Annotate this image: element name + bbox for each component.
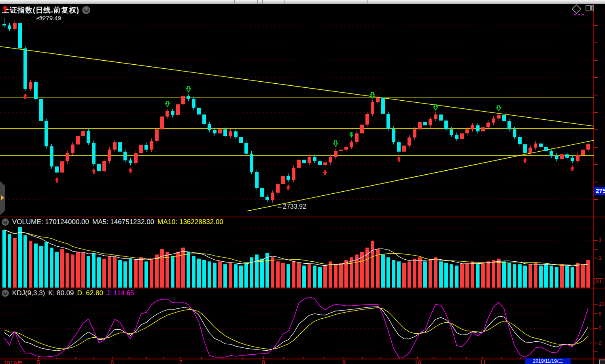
app-window: 567891011 上证指数(日线.前复权) ~3279.49 ←2733.92…	[0, 0, 605, 364]
volume-bar	[87, 256, 90, 288]
volume-bar	[565, 266, 569, 288]
candle-down	[197, 108, 201, 114]
volume-pane-header: VOLUME: 170124000.00 MA5: 146751232.00 M…	[2, 218, 223, 226]
candle-up	[581, 150, 585, 155]
magenta-dots-icon[interactable]	[574, 14, 584, 15]
volume-bar	[329, 261, 332, 288]
candle-up	[181, 96, 185, 104]
volume-bar	[281, 263, 285, 288]
volume-ma10: MA10: 136228832.00	[157, 218, 223, 226]
corner-widget[interactable]	[599, 360, 605, 364]
month-label: 7	[179, 359, 183, 364]
volume-bar	[413, 259, 416, 288]
volume-bar	[176, 252, 180, 288]
volume-bar	[29, 241, 32, 288]
volume-bar	[23, 235, 27, 288]
volume-bar	[139, 257, 143, 288]
collapse-kdj-icon[interactable]	[2, 290, 9, 297]
month-label: 8	[262, 359, 265, 364]
volume-bar	[371, 241, 374, 288]
candle-up	[276, 184, 280, 193]
volume-bar	[50, 248, 53, 288]
candle-up	[218, 129, 222, 133]
volume-bar	[234, 264, 238, 288]
volume-bar	[576, 263, 580, 288]
candle-down	[313, 157, 316, 161]
candle-up	[13, 23, 17, 29]
collapse-volume-icon[interactable]	[2, 218, 9, 226]
candle-down	[392, 129, 395, 142]
candle-down	[34, 82, 38, 99]
candle-up	[429, 119, 432, 125]
candle-up	[102, 161, 106, 171]
candle-down	[123, 152, 127, 161]
candle-down	[555, 156, 558, 159]
candle-down	[507, 121, 511, 129]
candle-up	[160, 116, 164, 129]
month-label: 10	[414, 359, 421, 364]
candle-up	[81, 131, 85, 136]
candle-up	[281, 176, 285, 184]
candle-down	[171, 111, 174, 115]
volume-bar	[271, 257, 274, 288]
volume-bar	[81, 253, 85, 288]
volume-bar	[555, 267, 558, 288]
candle-down	[550, 151, 553, 156]
kdj-name: KDJ(9,3,3)	[12, 289, 45, 297]
candle-down	[381, 97, 385, 114]
candle-up	[66, 153, 69, 161]
volume-bar	[292, 261, 295, 288]
volume-bar	[144, 261, 148, 288]
candle-up	[402, 146, 406, 152]
volume-ma5: MA5: 146751232.00	[92, 218, 154, 226]
chart-canvas[interactable]: 567891011	[0, 0, 605, 364]
candle-down	[386, 114, 390, 129]
volume-bar	[13, 238, 17, 288]
chevron-down-icon[interactable]	[82, 6, 90, 14]
candle-down	[129, 161, 132, 163]
volume-bar	[550, 266, 553, 288]
volume-bar	[250, 257, 253, 288]
kdj-d-value: D: 62.80	[77, 289, 103, 297]
candle-down	[397, 142, 401, 151]
candle-down	[544, 147, 548, 151]
volume-bar	[39, 246, 43, 288]
sidebar-expand-tab[interactable]	[0, 181, 5, 215]
volume-bar	[318, 267, 322, 288]
candle-up	[134, 153, 138, 163]
candle-down	[502, 115, 506, 121]
candle-up	[418, 122, 422, 129]
candle-up	[497, 115, 501, 119]
volume-bar	[502, 261, 506, 288]
kdj-k-line	[4, 307, 588, 351]
kdj-axis-label: 2	[599, 340, 601, 346]
volume-bar	[171, 256, 174, 288]
diamond-icon[interactable]	[571, 4, 581, 14]
volume-bar	[408, 261, 411, 288]
panel-layout-icon[interactable]	[586, 5, 594, 11]
candle-up	[534, 144, 537, 148]
candle-down	[202, 114, 206, 124]
volume-bar	[218, 261, 222, 288]
volume-bar	[492, 260, 495, 288]
volume-bar	[129, 259, 132, 288]
volume-bar	[197, 259, 201, 288]
kdj-axis-label: 5	[599, 325, 601, 331]
volume-bar	[287, 264, 290, 288]
candle-up	[271, 193, 274, 200]
highest-price-label: ~3279.49	[36, 15, 61, 21]
volume-bar	[181, 248, 185, 288]
volume-bar	[392, 260, 395, 288]
candle-down	[187, 96, 190, 99]
chart-title[interactable]: 上证指数(日线.前复权)	[2, 5, 79, 15]
volume-multiplier-box: X1	[594, 278, 603, 285]
candle-down	[208, 124, 211, 130]
candle-down	[513, 129, 516, 137]
volume-bar	[202, 260, 206, 288]
volume-bar	[118, 260, 122, 288]
candle-down	[223, 129, 227, 136]
volume-bar	[402, 263, 406, 288]
candle-down	[192, 99, 195, 108]
volume-value: VOLUME: 170124000.00	[12, 218, 89, 226]
volume-bar	[439, 261, 443, 288]
